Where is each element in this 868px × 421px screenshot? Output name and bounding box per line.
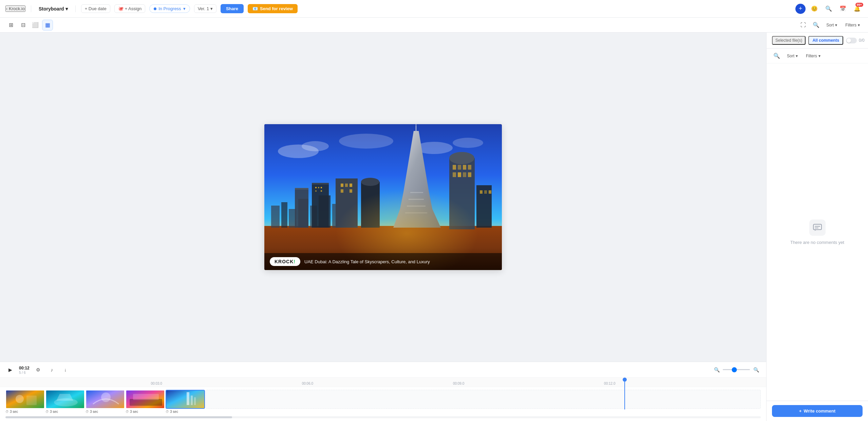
ruler-mark-1: 00:03.0 <box>151 382 162 385</box>
assign-button[interactable]: 🐙 + Assign <box>114 4 146 13</box>
comments-search-button[interactable]: 🔍 <box>772 51 781 60</box>
clip-thumb-2[interactable] <box>45 390 85 409</box>
comments-panel: Selected file(s) All comments 0/0 🔍 Sort… <box>766 33 868 421</box>
settings-button[interactable]: ⚙ <box>34 365 43 375</box>
grid-view-button[interactable]: ⊞ <box>5 20 16 31</box>
zoom-in-button[interactable]: 🔍 <box>751 365 761 375</box>
back-button[interactable]: ‹ Krock.io <box>5 5 25 12</box>
clip-duration-1: ⏱ 3 sec <box>5 410 18 414</box>
send-review-button[interactable]: 📧 Send for review <box>248 4 298 13</box>
list-item[interactable]: ⏱ 3 sec <box>126 390 165 414</box>
calendar-icon: 📅 <box>839 5 846 12</box>
comments-empty-text: There are no comments yet <box>790 240 844 245</box>
add-button[interactable]: + <box>795 4 806 14</box>
playhead-handle <box>623 378 627 382</box>
playhead[interactable] <box>624 379 625 409</box>
clip-duration-2: ⏱ 3 sec <box>45 410 58 414</box>
comments-sort-chevron: ▾ <box>796 54 798 58</box>
toolbar: ⊞ ⊟ ⬜ ▦ ⛶ 🔍 Sort ▾ Filters ▾ <box>0 18 868 33</box>
music-icon: ♪ <box>51 367 53 372</box>
all-comments-button[interactable]: All comments <box>808 36 843 45</box>
comments-header: Selected file(s) All comments 0/0 <box>767 33 868 49</box>
write-comment-plus-icon: + <box>799 408 802 414</box>
logo-pill: KROCK! <box>270 257 300 266</box>
share-label: Share <box>226 6 238 11</box>
list-view-button[interactable]: ⊟ <box>18 20 29 31</box>
svg-rect-67 <box>194 397 196 405</box>
timeline-scrollbar[interactable] <box>5 416 761 418</box>
write-comment-label: Write comment <box>804 408 835 414</box>
send-review-emoji: 📧 <box>252 6 258 11</box>
clip-duration-text-3: 3 sec <box>90 410 98 414</box>
canvas-area: KROCK! UAE Dubai: A Dazzling Tale of Sky… <box>0 33 766 421</box>
avatar-button[interactable]: 😊 <box>809 3 820 14</box>
status-button[interactable]: In Progress ▾ <box>149 4 190 13</box>
svg-rect-64 <box>166 390 205 409</box>
comments-count: 0/0 <box>859 38 865 43</box>
avatar-icon: 😊 <box>811 5 818 12</box>
send-review-label: Send for review <box>260 6 293 11</box>
share-button[interactable]: Share <box>221 4 244 13</box>
filter-button[interactable]: Filters ▾ <box>843 21 863 29</box>
download-button[interactable]: ↓ <box>61 365 70 375</box>
video-preview[interactable]: KROCK! UAE Dubai: A Dazzling Tale of Sky… <box>264 124 502 270</box>
clock-icon-3: ⏱ <box>86 410 89 414</box>
selected-files-button[interactable]: Selected file(s) <box>772 36 806 45</box>
storyboard-button[interactable]: Storyboard ▾ <box>37 5 70 13</box>
sort-button[interactable]: Sort ▾ <box>824 21 840 29</box>
logo-text: KROCK <box>275 259 294 264</box>
video-overlay: KROCK! UAE Dubai: A Dazzling Tale of Sky… <box>264 253 502 270</box>
comments-filter-label: Filters <box>806 54 817 58</box>
search-nav-button[interactable]: 🔍 <box>823 3 834 14</box>
status-label: In Progress <box>158 6 181 11</box>
comments-toggle: 0/0 <box>846 38 865 43</box>
storyboard-chevron: ▾ <box>65 6 68 12</box>
clip-thumb-1[interactable] <box>5 390 45 409</box>
zoom-out-button[interactable]: 🔍 <box>712 365 721 375</box>
due-date-button[interactable]: + Due date <box>81 4 110 13</box>
toggle-track[interactable] <box>846 38 857 43</box>
clip-image-5 <box>166 390 204 408</box>
storyboard-icon: ▦ <box>45 22 50 28</box>
brand-name: Krock.io <box>9 6 25 11</box>
toolbar-right: ⛶ 🔍 Sort ▾ Filters ▾ <box>798 20 863 31</box>
svg-rect-68 <box>813 224 822 230</box>
svg-rect-53 <box>6 390 45 409</box>
ruler-mark-3: 00:09.0 <box>453 382 464 385</box>
svg-point-54 <box>16 395 24 403</box>
version-button[interactable]: Ver. 1 ▾ <box>194 4 216 13</box>
frame-view-button[interactable]: ⬜ <box>30 20 41 31</box>
list-item[interactable]: ⏱ 3 sec <box>86 390 125 414</box>
clip-thumb-3[interactable] <box>86 390 125 409</box>
write-comment-button[interactable]: + Write comment <box>772 405 863 417</box>
list-item[interactable]: ⏱ 3 sec <box>5 390 45 414</box>
frame-count: 5 / 6 <box>19 371 30 375</box>
comments-filter-button[interactable]: Filters ▾ <box>803 52 823 60</box>
frame-icon: ⬜ <box>32 22 39 28</box>
zoom-slider[interactable] <box>723 369 750 370</box>
comments-sort-button[interactable]: Sort ▾ <box>784 52 800 60</box>
play-button[interactable]: ▶ <box>5 365 15 375</box>
list-item[interactable]: ⏱ 3 sec <box>45 390 85 414</box>
fullscreen-button[interactable]: ⛶ <box>798 20 809 31</box>
fullscreen-icon: ⛶ <box>800 22 806 28</box>
clip-thumb-4[interactable] <box>126 390 165 409</box>
sort-label: Sort <box>826 23 834 27</box>
sort-chevron: ▾ <box>835 23 837 27</box>
timeline-controls: ▶ 00:12 5 / 6 ⚙ ♪ ↓ 🔍 <box>0 362 766 378</box>
clip-thumb-5[interactable] <box>166 390 205 409</box>
clip-image-1 <box>6 390 44 408</box>
toolbar-search-button[interactable]: 🔍 <box>811 20 821 30</box>
calendar-button[interactable]: 📅 <box>837 3 848 14</box>
clip-duration-4: ⏱ 3 sec <box>126 410 138 414</box>
preview-container: KROCK! UAE Dubai: A Dazzling Tale of Sky… <box>0 33 766 362</box>
status-chevron: ▾ <box>183 6 186 11</box>
comments-filter-chevron: ▾ <box>818 54 820 58</box>
scrollbar-thumb <box>5 416 232 418</box>
sort-filter-bar: 🔍 Sort ▾ Filters ▾ <box>767 49 868 63</box>
music-button[interactable]: ♪ <box>47 365 57 375</box>
storyboard-view-button[interactable]: ▦ <box>42 20 53 31</box>
notification-button[interactable]: 🔔 99+ <box>852 3 863 14</box>
list-item[interactable]: ⏱ 3 sec <box>166 390 205 414</box>
ruler-track: 00:03.0 00:06.0 00:09.0 00:12.0 <box>5 379 761 386</box>
